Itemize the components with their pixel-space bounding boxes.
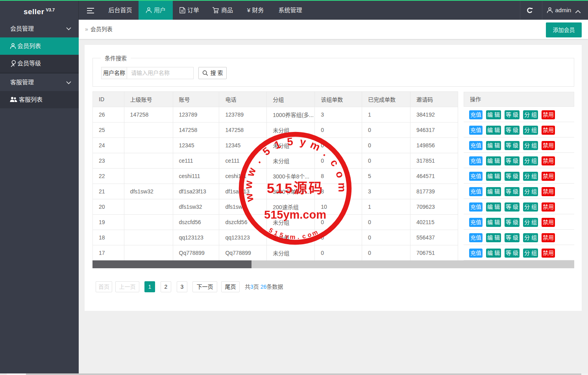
- svg-text:.: .: [297, 234, 300, 240]
- svg-text:5: 5: [287, 136, 294, 148]
- svg-text:y: y: [285, 233, 289, 240]
- svg-text:y: y: [299, 136, 307, 149]
- svg-text:c: c: [301, 232, 306, 239]
- svg-text:o: o: [333, 170, 347, 180]
- svg-text:.: .: [252, 156, 263, 165]
- svg-text:1: 1: [272, 138, 282, 151]
- svg-text:c: c: [328, 157, 341, 169]
- svg-text:515ym.com: 515ym.com: [264, 208, 326, 221]
- svg-text:w: w: [242, 192, 256, 203]
- svg-text:5: 5: [279, 231, 284, 239]
- svg-text:m: m: [290, 233, 296, 240]
- svg-text:.: .: [321, 148, 331, 159]
- svg-text:1: 1: [273, 229, 279, 237]
- svg-text:w: w: [242, 180, 255, 189]
- svg-text:515源码: 515源码: [267, 180, 324, 196]
- svg-text:m: m: [336, 182, 348, 192]
- svg-text:5: 5: [261, 145, 272, 158]
- svg-text:w: w: [244, 166, 258, 178]
